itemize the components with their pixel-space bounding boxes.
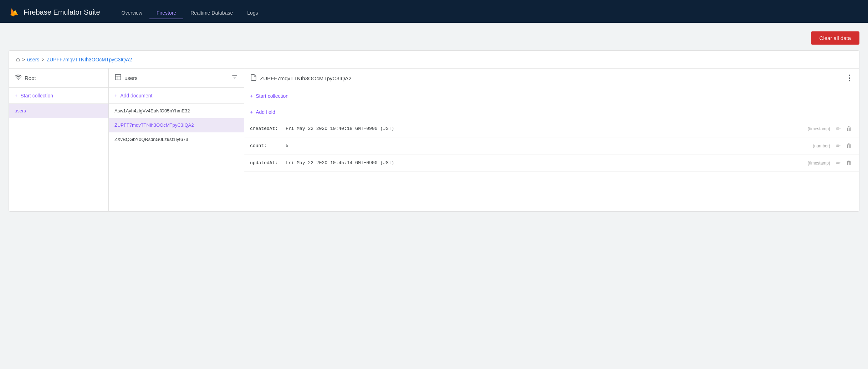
filter-icon[interactable] bbox=[231, 74, 238, 82]
nav-tabs: Overview Firestore Realtime Database Log… bbox=[114, 5, 265, 19]
field-key-0: createdAt: bbox=[250, 126, 286, 131]
document-column: ZUPFF7mqvTTNIh3OOcMTpyC3IQA2 ⋮ + Start c… bbox=[244, 69, 859, 211]
delete-field-1-button[interactable]: 🗑 bbox=[845, 142, 853, 150]
plus-icon-root: + bbox=[15, 93, 17, 98]
field-actions-2: ✏ 🗑 bbox=[834, 159, 853, 167]
add-field-label: Add field bbox=[256, 109, 275, 115]
start-collection-button-doc[interactable]: + Start collection bbox=[244, 88, 859, 104]
field-value-1: 5 bbox=[286, 143, 813, 148]
start-collection-label-doc: Start collection bbox=[256, 93, 289, 99]
field-row-1: count: 5 (number) ✏ 🗑 bbox=[244, 137, 859, 155]
start-collection-label-root: Start collection bbox=[20, 93, 53, 98]
field-actions-0: ✏ 🗑 bbox=[834, 125, 853, 133]
breadcrumb-doc-link[interactable]: ZUPFF7mqvTTNIh3OOcMTpyC3IQA2 bbox=[46, 57, 132, 62]
clear-all-data-button[interactable]: Clear all data bbox=[811, 31, 859, 45]
doc-item-1[interactable]: ZUPFF7mqvTTNIh3OOcMTpyC3IQA2 bbox=[109, 118, 244, 132]
edit-field-1-button[interactable]: ✏ bbox=[834, 142, 842, 150]
tab-logs[interactable]: Logs bbox=[240, 5, 265, 19]
breadcrumb-sep-2: > bbox=[41, 57, 44, 62]
add-document-label: Add document bbox=[120, 93, 152, 98]
more-options-icon[interactable]: ⋮ bbox=[846, 74, 853, 83]
field-key-2: updatedAt: bbox=[250, 160, 286, 166]
plus-icon-start-col: + bbox=[250, 93, 253, 99]
breadcrumb-sep-1: > bbox=[22, 57, 25, 62]
app-header: Firebase Emulator Suite Overview Firesto… bbox=[0, 0, 868, 23]
doc-id-1: ZUPFF7mqvTTNIh3OOcMTpyC3IQA2 bbox=[114, 122, 194, 128]
root-column-title: Root bbox=[25, 75, 36, 81]
users-column-header: users bbox=[109, 69, 244, 88]
doc-id-0: Asw1Ayh4zIgVv4EaNfO05nYhmE32 bbox=[114, 108, 190, 113]
doc-icon bbox=[250, 74, 257, 83]
plus-icon-doc: + bbox=[114, 93, 117, 98]
add-document-button[interactable]: + Add document bbox=[109, 88, 244, 104]
users-column-title: users bbox=[124, 75, 138, 81]
edit-field-0-button[interactable]: ✏ bbox=[834, 125, 842, 133]
main-content: Clear all data ⌂ > users > ZUPFF7mqvTTNI… bbox=[0, 23, 868, 220]
document-column-title: ZUPFF7mqvTTNIh3OOcMTpyC3IQA2 bbox=[260, 75, 352, 81]
field-type-1: (number) bbox=[813, 143, 830, 148]
field-row-2: updatedAt: Fri May 22 2020 10:45:14 GMT+… bbox=[244, 155, 859, 172]
edit-field-2-button[interactable]: ✏ bbox=[834, 159, 842, 167]
app-title: Firebase Emulator Suite bbox=[24, 8, 100, 16]
firebase-logo: Firebase Emulator Suite bbox=[9, 6, 100, 18]
tab-realtime-database[interactable]: Realtime Database bbox=[183, 5, 240, 19]
field-value-0: Fri May 22 2020 10:40:18 GMT+0900 (JST) bbox=[286, 126, 808, 131]
doc-item-0[interactable]: Asw1Ayh4zIgVv4EaNfO05nYhmE32 bbox=[109, 104, 244, 118]
delete-field-2-button[interactable]: 🗑 bbox=[845, 159, 853, 167]
firestore-panel: ⌂ > users > ZUPFF7mqvTTNIh3OOcMTpyC3IQA2 bbox=[9, 50, 859, 212]
breadcrumb: ⌂ > users > ZUPFF7mqvTTNIh3OOcMTpyC3IQA2 bbox=[9, 51, 859, 69]
add-field-button[interactable]: + Add field bbox=[244, 104, 859, 120]
field-value-2: Fri May 22 2020 10:45:14 GMT+0900 (JST) bbox=[286, 160, 808, 166]
plus-icon-field: + bbox=[250, 109, 253, 115]
root-column: Root + Start collection users bbox=[9, 69, 109, 211]
firebase-logo-icon bbox=[9, 6, 20, 18]
collection-icon bbox=[114, 74, 122, 82]
breadcrumb-users-link[interactable]: users bbox=[27, 57, 39, 62]
collection-users-label: users bbox=[15, 108, 26, 113]
field-row-0: createdAt: Fri May 22 2020 10:40:18 GMT+… bbox=[244, 120, 859, 137]
start-collection-button-root[interactable]: + Start collection bbox=[9, 88, 108, 104]
users-collection-column: users + bbox=[109, 69, 244, 211]
toolbar: Clear all data bbox=[9, 31, 859, 45]
collection-users-item[interactable]: users bbox=[9, 104, 108, 118]
doc-id-2: ZXvBQGbY0QRsdnG0Lz9st1Iyt673 bbox=[114, 137, 188, 142]
field-actions-1: ✏ 🗑 bbox=[834, 142, 853, 150]
field-type-0: (timestamp) bbox=[808, 126, 830, 131]
tab-overview[interactable]: Overview bbox=[114, 5, 149, 19]
breadcrumb-home-icon[interactable]: ⌂ bbox=[16, 56, 20, 63]
root-column-header: Root bbox=[9, 69, 108, 88]
root-column-icon bbox=[15, 74, 22, 82]
document-column-header: ZUPFF7mqvTTNIh3OOcMTpyC3IQA2 ⋮ bbox=[244, 69, 859, 88]
svg-rect-1 bbox=[116, 75, 121, 80]
field-key-1: count: bbox=[250, 143, 286, 148]
columns-container: Root + Start collection users bbox=[9, 69, 859, 211]
field-type-2: (timestamp) bbox=[808, 161, 830, 166]
delete-field-0-button[interactable]: 🗑 bbox=[845, 125, 853, 133]
tab-firestore[interactable]: Firestore bbox=[149, 5, 183, 19]
doc-item-2[interactable]: ZXvBQGbY0QRsdnG0Lz9st1Iyt673 bbox=[109, 132, 244, 147]
